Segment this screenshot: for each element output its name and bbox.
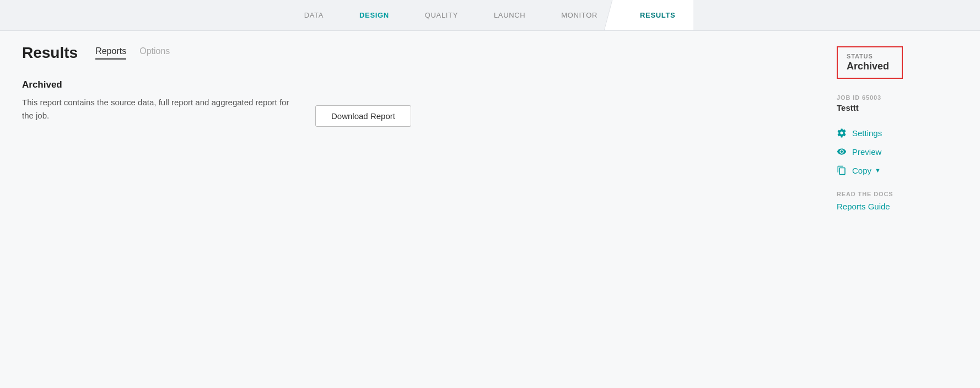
nav-tabs: DATA DESIGN QUALITY LAUNCH MONITOR RESUL… — [0, 0, 980, 30]
preview-link[interactable]: Preview — [837, 147, 958, 157]
report-row: This report contains the source data, fu… — [22, 96, 815, 136]
copy-label: Copy — [852, 166, 871, 175]
archived-description: This report contains the source data, fu… — [22, 96, 298, 122]
status-value: Archived — [847, 61, 893, 72]
nav-tab-launch[interactable]: LAUNCH — [476, 0, 543, 30]
nav-tab-quality[interactable]: QUALITY — [407, 0, 476, 30]
reports-guide-link[interactable]: Reports Guide — [837, 202, 958, 211]
settings-link[interactable]: Settings — [837, 128, 958, 138]
copy-label-group: Copy ▼ — [852, 166, 881, 175]
status-label: STATUS — [847, 53, 893, 60]
copy-link[interactable]: Copy ▼ — [837, 165, 958, 175]
copy-chevron-icon: ▼ — [875, 167, 881, 174]
job-id-label: JOB ID 65003 — [837, 94, 958, 101]
main-content: Results Reports Options Archived This re… — [0, 31, 980, 224]
docs-label: READ THE DOCS — [837, 191, 958, 197]
settings-label: Settings — [852, 128, 882, 138]
job-section: JOB ID 65003 Testtt — [837, 94, 958, 112]
tab-options[interactable]: Options — [139, 46, 170, 60]
status-box: STATUS Archived — [837, 46, 903, 79]
preview-label: Preview — [852, 147, 881, 157]
nav-tab-design[interactable]: DESIGN — [342, 0, 407, 30]
nav-tab-results[interactable]: RESULTS — [616, 0, 693, 30]
archived-title: Archived — [22, 79, 815, 90]
archived-section: Archived This report contains the source… — [22, 79, 815, 136]
copy-icon — [837, 165, 847, 175]
page-title: Results — [22, 44, 78, 62]
page-header: Results Reports Options — [22, 44, 815, 62]
download-report-button[interactable]: Download Report — [315, 105, 411, 127]
right-sidebar: STATUS Archived JOB ID 65003 Testtt Sett… — [837, 44, 958, 211]
page-tabs: Reports Options — [95, 46, 170, 60]
eye-icon — [837, 147, 847, 157]
docs-section: READ THE DOCS Reports Guide — [837, 191, 958, 211]
nav-tab-data[interactable]: DATA — [287, 0, 342, 30]
top-nav: DATA DESIGN QUALITY LAUNCH MONITOR RESUL… — [0, 0, 980, 31]
sidebar-links: Settings Preview Copy — [837, 128, 958, 175]
tab-reports[interactable]: Reports — [95, 46, 126, 60]
gear-icon — [837, 128, 847, 138]
left-content: Results Reports Options Archived This re… — [22, 44, 815, 211]
job-name: Testtt — [837, 103, 958, 112]
